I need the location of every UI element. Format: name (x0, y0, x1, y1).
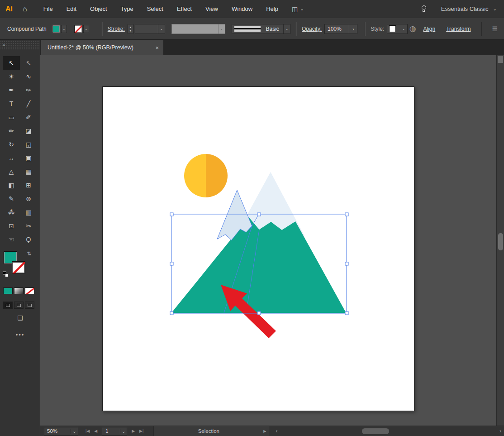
selection-handle[interactable] (257, 311, 261, 315)
change-screen-mode-button[interactable]: ❏ (0, 314, 40, 321)
none-button[interactable] (25, 287, 34, 294)
close-tab-icon[interactable]: × (155, 44, 159, 51)
eyedropper-tool[interactable]: ✎ (3, 192, 20, 206)
horizontal-scrollbar[interactable] (279, 426, 498, 436)
blend-tool[interactable]: ⊚ (20, 192, 37, 206)
fill-color-combo[interactable]: ⌄ (52, 25, 67, 33)
previous-artboard-icon[interactable]: ◀ (94, 429, 97, 433)
draw-normal-button[interactable] (3, 302, 13, 309)
edit-toolbar-button[interactable]: ••• (0, 331, 40, 338)
perspective-grid-tool[interactable]: △ (3, 165, 20, 178)
menu-window[interactable]: Window (232, 5, 252, 12)
gradient-button[interactable] (14, 287, 24, 294)
artboard-number-combo[interactable]: 1 ⌄ (102, 427, 127, 436)
gradient-tool[interactable]: ◧ (3, 178, 20, 192)
magic-wand-tool[interactable]: ✶ (3, 70, 20, 83)
stroke-color-combo[interactable]: ⌄ (74, 25, 89, 33)
opacity-combo[interactable]: 100% (324, 24, 349, 34)
vertical-scroll-top-cap[interactable] (498, 56, 503, 63)
selection-handle[interactable] (170, 262, 173, 265)
opacity-flyout-button[interactable]: › (349, 24, 357, 34)
rotate-tool[interactable]: ↻ (3, 138, 20, 151)
pen-tool[interactable]: ✒ (3, 83, 20, 97)
swap-fill-stroke-icon[interactable]: ⇄ (26, 251, 32, 255)
menu-type[interactable]: Type (121, 5, 133, 12)
status-flyout-icon[interactable]: ▶ (263, 429, 266, 433)
shape-builder-tool[interactable]: ⊞ (20, 178, 37, 192)
document-tab[interactable]: Untitled-2* @ 50% (RGB/Preview) × (41, 40, 163, 55)
free-transform-tool[interactable]: ▣ (20, 151, 37, 165)
selection-handle[interactable] (257, 213, 261, 216)
selection-handle[interactable] (345, 311, 348, 315)
column-graph-tool[interactable]: ▥ (20, 206, 37, 219)
stroke-swatch[interactable] (12, 261, 25, 274)
curvature-tool[interactable]: ✑ (20, 83, 37, 97)
stroke-weight-stepper[interactable]: ▴ ▾ (128, 24, 133, 34)
type-tool[interactable]: T (3, 97, 20, 110)
line-segment-tool[interactable]: ╱ (20, 97, 37, 110)
workspace-switcher[interactable]: Essentials Classic ⌄ (441, 5, 497, 12)
artboard-tool[interactable]: ⊡ (3, 219, 20, 233)
menu-object[interactable]: Object (90, 5, 107, 12)
zoom-tool[interactable]: Ϙ (20, 233, 37, 246)
scroll-left-icon[interactable]: ‹ (276, 428, 277, 434)
sun-left-half[interactable] (184, 154, 206, 197)
vertical-scrollbar[interactable] (496, 55, 504, 426)
menu-view[interactable]: View (205, 5, 218, 12)
draw-behind-button[interactable] (14, 302, 24, 309)
sun-right-half[interactable] (206, 154, 228, 197)
symbol-sprayer-tool[interactable]: ⁂ (3, 206, 20, 219)
collapse-panel-icon[interactable]: « (3, 42, 5, 48)
selection-tool[interactable]: ↖ (3, 56, 20, 70)
control-panel-menu-icon[interactable]: ☰ (492, 25, 498, 33)
stroke-label[interactable]: Stroke: (108, 26, 125, 32)
default-fill-stroke-icon[interactable] (3, 271, 9, 278)
document-setup-globe-icon[interactable]: ◍ (409, 24, 416, 34)
shaper-tool[interactable]: ✏ (3, 124, 20, 138)
width-tool[interactable]: ↔ (3, 151, 20, 165)
menu-help[interactable]: Help (266, 5, 278, 12)
illustrator-logo[interactable]: Ai (5, 5, 13, 13)
scale-tool[interactable]: ◱ (20, 138, 37, 151)
arrange-documents-button[interactable]: ◫ ⌄ (292, 5, 304, 13)
rectangle-tool[interactable]: ▭ (3, 110, 20, 124)
stroke-color-swatch[interactable] (74, 25, 82, 33)
eraser-tool[interactable]: ◪ (20, 124, 37, 138)
transform-link[interactable]: Transform (446, 26, 471, 32)
selection-handle[interactable] (170, 213, 173, 216)
selection-handle[interactable] (170, 311, 173, 315)
brush-definition-combo[interactable]: Basic ⌄ (232, 24, 291, 34)
paintbrush-tool[interactable]: ✐ (20, 110, 37, 124)
mesh-tool[interactable]: ▦ (20, 165, 37, 178)
selection-handle[interactable] (345, 213, 348, 216)
scroll-right-icon[interactable]: › (499, 428, 501, 434)
selection-handle[interactable] (345, 262, 348, 265)
stepper-down-icon[interactable]: ▾ (129, 29, 131, 33)
horizontal-scroll-thumb[interactable] (362, 428, 389, 434)
zoom-level-combo[interactable]: 50% ⌄ (44, 427, 78, 436)
discover-lightbulb-icon[interactable] (420, 5, 428, 13)
align-link[interactable]: Align (423, 26, 436, 32)
next-artboard-icon[interactable]: ▶ (132, 429, 135, 433)
stepper-up-icon[interactable]: ▴ (129, 25, 131, 29)
lasso-tool[interactable]: ∿ (20, 70, 37, 83)
opacity-label[interactable]: Opacity: (302, 26, 322, 32)
canvas-pasteboard[interactable] (40, 55, 496, 426)
home-icon[interactable]: ⌂ (23, 5, 27, 13)
artboard[interactable] (102, 86, 414, 411)
sun-shape[interactable] (184, 154, 228, 197)
stroke-weight-combo[interactable]: ⌄ (135, 24, 165, 34)
vertical-scroll-thumb[interactable] (498, 233, 503, 250)
color-button[interactable] (3, 287, 13, 294)
slice-tool[interactable]: ✂ (20, 219, 37, 233)
last-artboard-icon[interactable]: ▶| (139, 429, 143, 433)
graphic-style-combo[interactable]: ⌄ (387, 24, 408, 34)
menu-select[interactable]: Select (147, 5, 163, 12)
fill-color-swatch[interactable] (52, 25, 60, 33)
menu-effect[interactable]: Effect (177, 5, 192, 12)
menu-edit[interactable]: Edit (67, 5, 76, 12)
first-artboard-icon[interactable]: |◀ (86, 429, 90, 433)
draw-inside-button[interactable] (25, 302, 34, 309)
status-display[interactable]: Selection ▶ (153, 426, 269, 436)
menu-file[interactable]: File (43, 5, 53, 12)
